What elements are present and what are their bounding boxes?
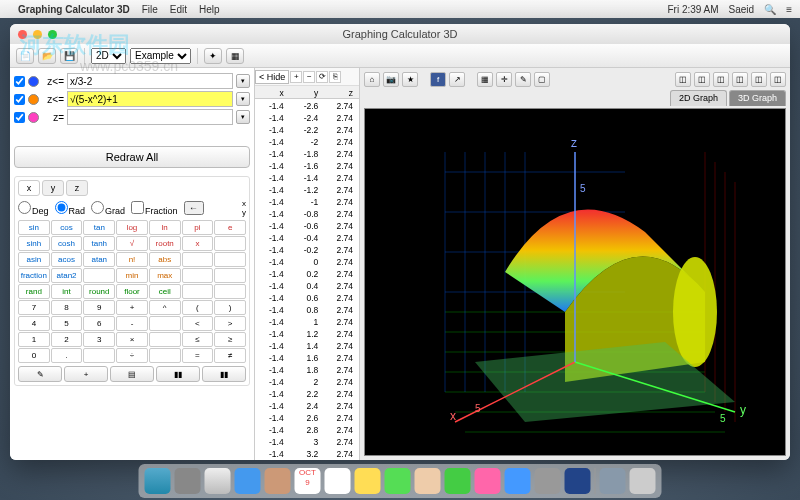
dock-launchpad-icon[interactable] — [175, 468, 201, 494]
dock-appstore-icon[interactable] — [505, 468, 531, 494]
grid-toggle-icon[interactable]: ▦ — [477, 72, 493, 87]
dock-itunes-icon[interactable] — [475, 468, 501, 494]
table-row[interactable]: -1.4-2.62.74 — [255, 99, 359, 111]
calc-key-5[interactable]: 5 — [51, 316, 83, 331]
backspace-button[interactable]: ← — [184, 201, 204, 215]
calc-key-2[interactable]: 2 — [51, 332, 83, 347]
table-row[interactable]: -1.41.62.74 — [255, 351, 359, 363]
box-icon[interactable]: ▢ — [534, 72, 550, 87]
dock-mail-icon[interactable] — [235, 468, 261, 494]
dock-reminders-icon[interactable] — [325, 468, 351, 494]
new-icon[interactable]: 📄 — [16, 48, 34, 64]
table-row[interactable]: -1.40.22.74 — [255, 267, 359, 279]
wand-icon[interactable]: ✦ — [204, 48, 222, 64]
table-row[interactable]: -1.4-1.42.74 — [255, 171, 359, 183]
calc-key-atan2[interactable]: atan2 — [51, 268, 83, 283]
col-x-header[interactable]: x — [255, 86, 290, 98]
calc-key-3[interactable]: 3 — [83, 332, 115, 347]
eq-formula-input[interactable] — [67, 109, 233, 125]
calc-key-cosh[interactable]: cosh — [51, 236, 83, 251]
calc-key-√[interactable]: √ — [116, 236, 148, 251]
var-x-tab[interactable]: x — [18, 180, 40, 196]
app-menu[interactable]: Graphing Calculator 3D — [18, 4, 130, 15]
calc-bars-icon[interactable]: ▮▮ — [156, 366, 200, 382]
view-2-icon[interactable]: ◫ — [694, 72, 710, 87]
view-4-icon[interactable]: ◫ — [732, 72, 748, 87]
calc-key-tan[interactable]: tan — [83, 220, 115, 235]
dock-notes-icon[interactable] — [355, 468, 381, 494]
notifications-icon[interactable]: ≡ — [786, 4, 792, 15]
data-copy-icon[interactable]: ⎘ — [329, 71, 341, 83]
calc-key-≤[interactable]: ≤ — [182, 332, 214, 347]
calc-key-≠[interactable]: ≠ — [214, 348, 246, 363]
eq-enable-check[interactable] — [14, 112, 25, 123]
calc-key-acos[interactable]: acos — [51, 252, 83, 267]
grid-icon[interactable]: ▦ — [226, 48, 244, 64]
calc-key-round[interactable]: round — [83, 284, 115, 299]
table-row[interactable]: -1.41.22.74 — [255, 327, 359, 339]
graph-canvas[interactable]: x 5 y 5 z 5 — [364, 108, 786, 456]
calc-key-n![interactable]: n! — [116, 252, 148, 267]
calc-list-icon[interactable]: ▤ — [110, 366, 154, 382]
snapshot-icon[interactable]: 📷 — [383, 72, 399, 87]
calc-key-0[interactable]: 0 — [18, 348, 50, 363]
calc-plus-button[interactable]: + — [64, 366, 108, 382]
calc-key-x[interactable]: x — [182, 236, 214, 251]
table-row[interactable]: -1.40.42.74 — [255, 279, 359, 291]
menubar-time[interactable]: Fri 2:39 AM — [667, 4, 718, 15]
table-row[interactable]: -1.4-0.22.74 — [255, 243, 359, 255]
table-row[interactable]: -1.42.22.74 — [255, 387, 359, 399]
zoom-button[interactable] — [48, 30, 57, 39]
minimize-button[interactable] — [33, 30, 42, 39]
calc-key->[interactable]: > — [214, 316, 246, 331]
table-row[interactable]: -1.40.62.74 — [255, 291, 359, 303]
eq-options-dropdown[interactable]: ▾ — [236, 110, 250, 124]
calc-key-+[interactable]: + — [116, 300, 148, 315]
calc-key-([interactable]: ( — [182, 300, 214, 315]
dock-safari-icon[interactable] — [205, 468, 231, 494]
calc-key-6[interactable]: 6 — [83, 316, 115, 331]
calc-key-1[interactable]: 1 — [18, 332, 50, 347]
menubar-user[interactable]: Saeid — [729, 4, 755, 15]
calc-key-=[interactable]: = — [182, 348, 214, 363]
tab-2d-graph[interactable]: 2D Graph — [670, 90, 727, 106]
calc-more-icon[interactable]: ▮▮ — [202, 366, 246, 382]
calc-key-min[interactable]: min — [116, 268, 148, 283]
data-plus-button[interactable]: + — [290, 71, 302, 83]
edit-menu[interactable]: Edit — [170, 4, 187, 15]
table-row[interactable]: -1.422.74 — [255, 375, 359, 387]
axes-toggle-icon[interactable]: ✛ — [496, 72, 512, 87]
deg-radio[interactable]: Deg — [18, 201, 49, 216]
table-row[interactable]: -1.4-12.74 — [255, 195, 359, 207]
calc-key-8[interactable]: 8 — [51, 300, 83, 315]
data-minus-button[interactable]: − — [303, 71, 315, 83]
eq-enable-check[interactable] — [14, 76, 25, 87]
var-y-tab[interactable]: y — [42, 180, 64, 196]
dock-messages-icon[interactable] — [385, 468, 411, 494]
calc-key-max[interactable]: max — [149, 268, 181, 283]
calc-key-abs[interactable]: abs — [149, 252, 181, 267]
table-row[interactable]: -1.42.62.74 — [255, 411, 359, 423]
dock-facetime-icon[interactable] — [445, 468, 471, 494]
tab-3d-graph[interactable]: 3D Graph — [729, 90, 786, 106]
calc-key-e[interactable]: e — [214, 220, 246, 235]
dock-downloads-icon[interactable] — [600, 468, 626, 494]
calc-key-^[interactable]: ^ — [149, 300, 181, 315]
eq-color-swatch[interactable] — [28, 94, 39, 105]
redraw-all-button[interactable]: Redraw All — [14, 146, 250, 168]
table-row[interactable]: -1.4-1.22.74 — [255, 183, 359, 195]
table-row[interactable]: -1.42.82.74 — [255, 423, 359, 435]
eq-options-dropdown[interactable]: ▾ — [236, 92, 250, 106]
table-row[interactable]: -1.4-1.62.74 — [255, 159, 359, 171]
dock-app-icon[interactable] — [565, 468, 591, 494]
view-5-icon[interactable]: ◫ — [751, 72, 767, 87]
view-3-icon[interactable]: ◫ — [713, 72, 729, 87]
calc-key-)[interactable]: ) — [214, 300, 246, 315]
calc-key-rootn[interactable]: rootn — [149, 236, 181, 251]
table-row[interactable]: -1.432.74 — [255, 435, 359, 447]
calc-pencil-icon[interactable]: ✎ — [18, 366, 62, 382]
grad-radio[interactable]: Grad — [91, 201, 125, 216]
col-y-header[interactable]: y — [290, 86, 325, 98]
table-row[interactable]: -1.40.82.74 — [255, 303, 359, 315]
calc-key-≥[interactable]: ≥ — [214, 332, 246, 347]
